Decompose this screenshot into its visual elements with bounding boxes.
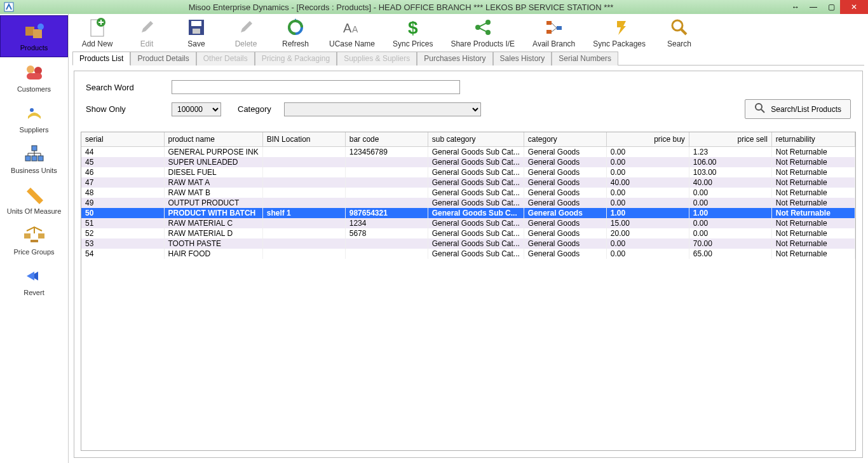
table-row[interactable]: 50PRODUCT WITH BATCHshelf 1987654321Gene… bbox=[81, 208, 855, 218]
toolbar-label: Delete bbox=[235, 39, 257, 48]
category-select[interactable] bbox=[284, 102, 481, 116]
sync-packages-button[interactable]: Sync Packages bbox=[593, 17, 646, 48]
svg-point-4 bbox=[27, 66, 34, 73]
sidebar-item-customers[interactable]: Customers bbox=[0, 57, 68, 98]
revert-icon bbox=[22, 265, 47, 287]
tab-products-list[interactable]: Products List bbox=[72, 52, 130, 66]
col-returnability[interactable]: returnability bbox=[771, 132, 855, 147]
tab-purchases-history[interactable]: Purchases History bbox=[417, 52, 492, 66]
search-list-products-button[interactable]: Search/List Products bbox=[745, 99, 851, 119]
products-list-panel: Search Word Show Only 100000 Category Se… bbox=[74, 71, 863, 458]
sidebar-item-price-groups[interactable]: Price Groups bbox=[0, 220, 68, 261]
business-units-icon bbox=[22, 142, 47, 165]
sync-prices-button[interactable]: $ Sync Prices bbox=[393, 17, 433, 48]
svg-rect-19 bbox=[193, 29, 200, 34]
window-title: Misoo Enterprise Dynamics - [Records : P… bbox=[15, 3, 787, 12]
toolbar-label: UCase Name bbox=[329, 39, 375, 48]
title-bar: Misoo Enterprise Dynamics - [Records : P… bbox=[0, 0, 868, 14]
table-row[interactable]: 48RAW MAT BGeneral Goods Sub Cat...Gener… bbox=[81, 188, 855, 198]
table-row[interactable]: 45SUPER UNLEADEDGeneral Goods Sub Cat...… bbox=[81, 157, 855, 167]
save-button[interactable]: Save bbox=[180, 17, 212, 48]
ucase-name-icon: AA bbox=[341, 17, 363, 38]
table-row[interactable]: 51RAW MATERIAL C1234General Goods Sub Ca… bbox=[81, 218, 855, 228]
table-row[interactable]: 47RAW MAT AGeneral Goods Sub Cat...Gener… bbox=[81, 177, 855, 188]
table-row[interactable]: 44GENERAL PURPOSE INK123456789General Go… bbox=[81, 147, 855, 158]
add-new-icon bbox=[86, 17, 109, 38]
svg-text:A: A bbox=[352, 24, 358, 34]
table-row[interactable]: 46DIESEL FUELGeneral Goods Sub Cat...Gen… bbox=[81, 167, 855, 177]
close-button[interactable]: ✕ bbox=[840, 0, 868, 14]
tab-other-details[interactable]: Other Details bbox=[196, 52, 255, 66]
app-icon bbox=[3, 1, 15, 13]
add-new-button[interactable]: Add New bbox=[81, 17, 113, 48]
svg-rect-28 bbox=[557, 26, 562, 30]
table-row[interactable]: 53TOOTH PASTEGeneral Goods Sub Cat...Gen… bbox=[81, 238, 855, 249]
table-row[interactable]: 52RAW MATERIAL D5678General Goods Sub Ca… bbox=[81, 228, 855, 238]
search-icon bbox=[668, 17, 691, 38]
table-row[interactable]: 54HAIR FOODGeneral Goods Sub Cat...Gener… bbox=[81, 249, 855, 259]
toolbar-label: Sync Prices bbox=[393, 39, 433, 48]
svg-rect-14 bbox=[31, 240, 38, 242]
tab-serial-numbers[interactable]: Serial Numbers bbox=[552, 52, 618, 66]
toolbar-label: Edit bbox=[140, 39, 154, 48]
svg-rect-9 bbox=[25, 156, 31, 161]
ucase-name-button[interactable]: AA UCase Name bbox=[329, 17, 375, 48]
sidebar-item-revert[interactable]: Revert bbox=[0, 261, 68, 301]
col-price-buy[interactable]: price buy bbox=[606, 132, 689, 147]
sidebar-label: Suppliers bbox=[20, 126, 49, 134]
search-word-input[interactable] bbox=[172, 80, 460, 94]
table-row[interactable]: 49OUTPUT PRODUCTGeneral Goods Sub Cat...… bbox=[81, 198, 855, 208]
sidebar-item-products[interactable]: Products bbox=[0, 15, 68, 57]
resize-arrows-icon[interactable]: ↔ bbox=[787, 0, 804, 14]
sidebar-item-uom[interactable]: Units Of Measure bbox=[0, 179, 68, 220]
search-list-label: Search/List Products bbox=[771, 105, 841, 114]
col-serial[interactable]: serial bbox=[81, 132, 164, 147]
sidebar-item-business-units[interactable]: Business Units bbox=[0, 139, 68, 179]
edit-button[interactable]: Edit bbox=[131, 17, 163, 48]
sidebar-label: Revert bbox=[24, 289, 44, 296]
avail-branch-icon bbox=[543, 17, 566, 38]
svg-rect-11 bbox=[38, 156, 43, 161]
tab-sales-history[interactable]: Sales History bbox=[493, 52, 552, 66]
col-product-name[interactable]: product name bbox=[164, 132, 262, 147]
toolbar: Add New Edit Save Delete Refresh AA UCas… bbox=[69, 14, 868, 51]
tab-supplies-suppliers[interactable]: Supplies & Supliers bbox=[337, 52, 417, 66]
col-bar-code[interactable]: bar code bbox=[345, 132, 428, 147]
col-category[interactable]: category bbox=[524, 132, 606, 147]
delete-button[interactable]: Delete bbox=[230, 17, 262, 48]
svg-rect-2 bbox=[33, 29, 42, 38]
products-grid[interactable]: serial product name BIN Location bar cod… bbox=[81, 132, 856, 451]
show-only-select[interactable]: 100000 bbox=[172, 102, 221, 116]
svg-rect-1 bbox=[25, 27, 34, 36]
minimize-button[interactable]: — bbox=[804, 0, 822, 14]
svg-rect-12 bbox=[24, 233, 31, 238]
share-products-button[interactable]: Share Products I/E bbox=[451, 17, 515, 48]
col-sub-category[interactable]: sub category bbox=[428, 132, 524, 147]
tab-product-details[interactable]: Product Details bbox=[130, 52, 196, 66]
tab-pricing-packaging[interactable]: Pricing & Packaging bbox=[255, 52, 337, 66]
toolbar-label: Search bbox=[667, 39, 691, 48]
svg-text:$: $ bbox=[408, 18, 418, 38]
col-price-sell[interactable]: price sell bbox=[689, 132, 771, 147]
suppliers-icon bbox=[22, 102, 47, 125]
uom-icon bbox=[22, 183, 47, 206]
svg-rect-13 bbox=[38, 233, 44, 238]
sidebar-label: Products bbox=[20, 44, 48, 52]
avail-branch-button[interactable]: Avail Branch bbox=[532, 17, 575, 48]
svg-text:A: A bbox=[343, 21, 352, 35]
category-label: Category bbox=[238, 104, 271, 114]
sidebar-item-suppliers[interactable]: Suppliers bbox=[0, 98, 68, 139]
customers-icon bbox=[22, 61, 47, 84]
toolbar-label: Sync Packages bbox=[593, 39, 646, 48]
refresh-button[interactable]: Refresh bbox=[280, 17, 311, 48]
grid-header-row[interactable]: serial product name BIN Location bar cod… bbox=[81, 132, 855, 147]
search-button[interactable]: Search bbox=[663, 17, 695, 48]
toolbar-label: Add New bbox=[82, 39, 113, 48]
sync-prices-icon: $ bbox=[402, 17, 424, 38]
sync-packages-icon bbox=[608, 17, 631, 38]
svg-point-29 bbox=[672, 20, 682, 31]
col-bin-location[interactable]: BIN Location bbox=[262, 132, 345, 147]
maximize-button[interactable]: ▢ bbox=[822, 0, 840, 14]
svg-rect-8 bbox=[32, 146, 37, 151]
tabs: Products List Product Details Other Deta… bbox=[72, 51, 864, 66]
